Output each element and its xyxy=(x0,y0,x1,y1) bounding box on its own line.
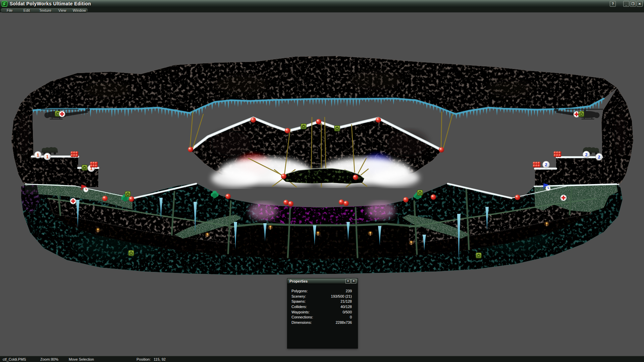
cloud xyxy=(372,169,419,186)
panel-close-button[interactable]: ✕ xyxy=(351,279,356,284)
properties-panel-title: Properties xyxy=(287,279,308,283)
bravo-spawn-icon[interactable] xyxy=(583,151,590,158)
property-value: 21/128 xyxy=(340,299,352,303)
torch xyxy=(544,222,549,226)
magenta-glow xyxy=(367,202,395,219)
rope xyxy=(441,112,442,149)
close-button[interactable]: ✕ xyxy=(637,1,643,7)
collider-icon[interactable] xyxy=(251,117,256,123)
collider-icon[interactable] xyxy=(188,147,193,152)
grenade-kit-icon[interactable] xyxy=(82,165,87,170)
map-viewport[interactable]: 1 2 xyxy=(0,12,644,356)
collider-icon[interactable] xyxy=(403,197,409,202)
menu-item-view[interactable]: View xyxy=(58,8,66,12)
collider-icon[interactable] xyxy=(343,201,349,206)
menu-item-file[interactable]: File xyxy=(7,8,13,12)
magenta-glow xyxy=(249,202,277,220)
panel-collapse-button[interactable]: ▾ xyxy=(345,279,351,284)
status-bar: ctf_Coldi.PMS Zoom: 80% Move Selection P… xyxy=(0,356,644,362)
property-value: 2288x736 xyxy=(336,320,352,324)
property-row: Waypoints:0/500 xyxy=(287,309,358,315)
property-value: 40/128 xyxy=(340,305,352,309)
wall-shading xyxy=(614,111,627,158)
bravo-spawn-icon[interactable] xyxy=(543,161,550,168)
menu-item-window[interactable]: Window xyxy=(73,8,86,12)
status-zoom-value: 80% xyxy=(51,357,58,361)
medkit-icon[interactable] xyxy=(560,195,567,201)
alpha-spawn-icon[interactable] xyxy=(35,152,42,159)
collider-icon[interactable] xyxy=(129,196,134,202)
grenade-kit-icon[interactable] xyxy=(417,190,423,195)
torch xyxy=(96,228,100,232)
cloud xyxy=(211,170,258,187)
property-row: Polygons:239 xyxy=(287,288,358,294)
torch xyxy=(268,225,273,230)
property-row: Connections:0 xyxy=(287,314,358,320)
property-row: Spawns:21/128 xyxy=(287,299,358,304)
status-tool-mode: Move Selection xyxy=(69,357,94,361)
property-label: Colliders: xyxy=(291,305,307,309)
grenade-kit-icon[interactable] xyxy=(125,191,130,197)
property-label: Scenery: xyxy=(291,294,306,298)
properties-panel-titlebar[interactable]: Properties ▾ ✕ xyxy=(287,279,358,284)
grenade-kit-icon[interactable] xyxy=(128,250,134,256)
property-label: Waypoints: xyxy=(291,310,310,314)
collider-icon[interactable] xyxy=(515,195,520,200)
collider-icon[interactable] xyxy=(102,196,108,201)
collider-icon[interactable] xyxy=(439,147,444,153)
alpha-spawn-icon[interactable] xyxy=(44,153,51,160)
collider-icon[interactable] xyxy=(285,128,290,133)
ceiling-shading xyxy=(215,74,268,95)
grenade-kit-icon[interactable] xyxy=(579,111,584,117)
restore-button[interactable]: ❐ xyxy=(630,1,636,7)
collider-icon[interactable] xyxy=(431,194,436,200)
property-row: Scenery:193/500 (21) xyxy=(287,294,358,299)
medkit-icon[interactable] xyxy=(70,198,76,204)
title-bar: Soldat PolyWorks Ultimate Edition ?_❐✕ xyxy=(0,0,644,8)
collider-icon[interactable] xyxy=(283,200,289,205)
grenade-kit-icon[interactable] xyxy=(476,253,481,258)
crate-icon[interactable] xyxy=(533,162,541,168)
property-label: Connections: xyxy=(291,315,313,319)
collider-icon[interactable] xyxy=(353,175,358,180)
property-value: 239 xyxy=(346,289,352,293)
medkit-icon[interactable] xyxy=(59,111,65,117)
collider-icon[interactable] xyxy=(281,174,286,179)
collider-icon[interactable] xyxy=(339,199,344,205)
crate-icon[interactable] xyxy=(90,162,98,168)
property-value: 193/500 (21) xyxy=(331,294,352,298)
crate-icon[interactable] xyxy=(553,151,561,157)
grenade-kit-icon[interactable] xyxy=(301,124,306,129)
grenade-kit-icon[interactable] xyxy=(334,126,340,131)
bravo-spawn-icon[interactable] xyxy=(596,154,603,161)
truck-scenery[interactable] xyxy=(42,147,58,155)
menu-strip: FileEditTextureViewWindow xyxy=(0,8,88,13)
status-filename: ctf_Coldi.PMS xyxy=(3,357,26,361)
property-row: Dimensions:2288x736 xyxy=(287,320,358,325)
ceiling-shading xyxy=(349,70,402,90)
menu-item-edit[interactable]: Edit xyxy=(23,8,30,12)
collider-icon[interactable] xyxy=(316,119,321,124)
property-label: Dimensions: xyxy=(291,320,312,324)
menu-item-texture[interactable]: Texture xyxy=(39,8,51,12)
minimize-button[interactable]: _ xyxy=(623,1,629,7)
torch xyxy=(205,232,210,237)
ceiling-shading xyxy=(486,79,533,98)
menu-bar: FileEditTextureViewWindow xyxy=(0,7,644,12)
collider-icon[interactable] xyxy=(288,201,293,206)
torch xyxy=(316,231,320,236)
window-controls: ?_❐✕ xyxy=(610,1,643,7)
rope xyxy=(190,112,193,149)
crate-icon[interactable] xyxy=(70,151,78,157)
help-button[interactable]: ? xyxy=(610,1,616,7)
status-zoom-label: Zoom: xyxy=(40,357,51,361)
rope xyxy=(443,114,452,150)
torch xyxy=(409,240,414,245)
properties-rows: Polygons:239Scenery:193/500 (21)Spawns:2… xyxy=(287,284,358,325)
wall-shading xyxy=(17,111,31,158)
torch xyxy=(368,231,373,236)
collider-icon[interactable] xyxy=(376,117,381,123)
property-value: 0/500 xyxy=(342,310,352,314)
status-position-value: 115, 92 xyxy=(154,357,166,361)
collider-icon[interactable] xyxy=(225,194,231,199)
